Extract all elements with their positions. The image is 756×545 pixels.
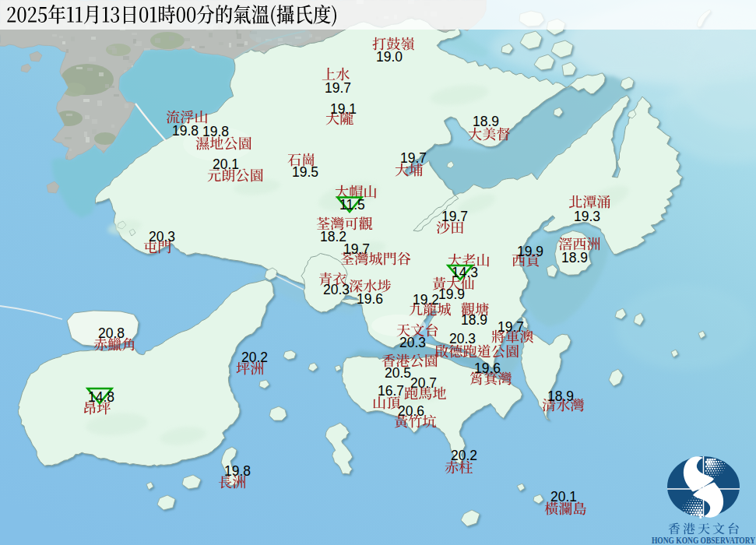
svg-text:20.3: 20.3 [323,282,350,297]
svg-text:20.2: 20.2 [241,350,268,365]
svg-text:19.7: 19.7 [343,241,370,257]
svg-text:14.8: 14.8 [88,389,114,405]
svg-text:11.5: 11.5 [339,197,365,213]
svg-text:19.7: 19.7 [400,150,427,166]
svg-text:20.6: 20.6 [398,403,424,419]
svg-text:19.6: 19.6 [357,291,383,307]
svg-text:18.2: 18.2 [320,229,346,244]
svg-text:20.1: 20.1 [550,489,577,505]
svg-text:19.6: 19.6 [474,360,501,376]
svg-text:19.7: 19.7 [325,80,351,96]
svg-text:19.3: 19.3 [574,209,600,224]
svg-text:20.3: 20.3 [449,331,476,346]
svg-text:19.5: 19.5 [292,164,318,180]
svg-text:20.3: 20.3 [149,229,175,244]
svg-text:19.2: 19.2 [413,292,439,308]
svg-text:19.8: 19.8 [224,463,251,479]
svg-text:20.3: 20.3 [399,335,426,350]
svg-text:19.9: 19.9 [517,244,543,259]
svg-text:18.9: 18.9 [473,114,499,129]
svg-text:19.8: 19.8 [172,123,199,139]
svg-text:HONG KONG OBSERVATORY: HONG KONG OBSERVATORY [652,535,755,545]
svg-text:20.2: 20.2 [451,448,477,463]
svg-text:18.9: 18.9 [561,250,588,265]
svg-text:20.8: 20.8 [98,325,125,341]
svg-text:19.0: 19.0 [376,49,403,65]
svg-text:19.9: 19.9 [438,287,465,302]
svg-text:19.8: 19.8 [202,124,229,139]
svg-text:18.9: 18.9 [461,312,487,328]
svg-text:20.7: 20.7 [410,375,437,391]
svg-text:14.3: 14.3 [452,265,478,280]
svg-text:16.7: 16.7 [378,383,404,399]
svg-text:20.1: 20.1 [213,156,239,172]
svg-text:19.1: 19.1 [330,101,357,117]
svg-text:18.9: 18.9 [547,389,574,404]
svg-text:20.5: 20.5 [385,365,411,381]
svg-text:19.7: 19.7 [441,209,468,224]
svg-text:19.7: 19.7 [498,319,524,335]
